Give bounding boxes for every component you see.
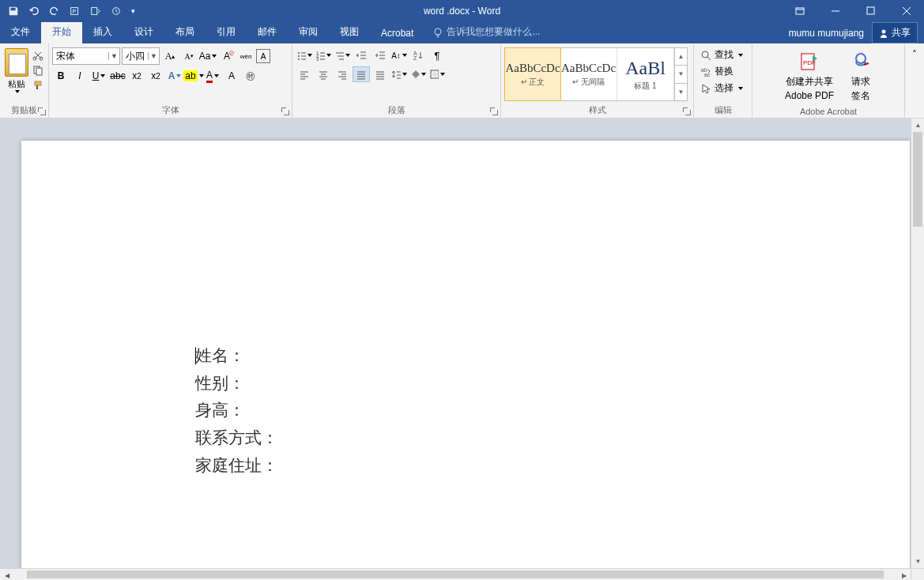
format-painter-icon[interactable] bbox=[31, 78, 45, 92]
text-direction-icon[interactable]: A↕ bbox=[390, 47, 408, 63]
highlight-icon[interactable]: ab bbox=[185, 68, 202, 84]
dialog-launcher-icon[interactable] bbox=[489, 107, 499, 116]
numbering-icon[interactable]: 123 bbox=[315, 47, 332, 63]
tab-references[interactable]: 引用 bbox=[206, 21, 247, 43]
style-item-nospacing[interactable]: AaBbCcDc ↵ 无间隔 bbox=[560, 48, 617, 100]
chevron-down-icon[interactable]: ▼ bbox=[108, 52, 119, 60]
indent-decrease-icon[interactable] bbox=[353, 47, 370, 63]
select-button[interactable]: 选择 bbox=[699, 81, 745, 96]
scroll-left-icon[interactable]: ◀ bbox=[0, 569, 13, 580]
bullets-icon[interactable] bbox=[296, 47, 313, 63]
scroll-up-icon[interactable]: ▲ bbox=[911, 119, 924, 132]
tab-review[interactable]: 审阅 bbox=[288, 21, 329, 43]
document-content[interactable]: 姓名： 性别： 身高： 联系方式： 家庭住址： bbox=[195, 342, 278, 479]
request-sign-button[interactable]: 请求 签名 bbox=[845, 47, 877, 105]
document-area[interactable]: 姓名： 性别： 身高： 联系方式： 家庭住址： bbox=[0, 119, 924, 568]
svg-point-22 bbox=[702, 51, 708, 58]
line-spacing-icon[interactable] bbox=[390, 66, 408, 82]
cut-icon[interactable] bbox=[31, 48, 45, 62]
indent-increase-icon[interactable] bbox=[371, 47, 389, 63]
phonetic-icon[interactable]: wén bbox=[237, 48, 255, 64]
redo-icon[interactable] bbox=[44, 0, 65, 22]
qat-icon-2[interactable] bbox=[85, 0, 106, 22]
svg-point-14 bbox=[298, 55, 300, 57]
superscript-button[interactable]: x2 bbox=[147, 68, 164, 84]
style-item-normal[interactable]: AaBbCcDc ↵ 正文 bbox=[504, 47, 561, 101]
tab-home[interactable]: 开始 bbox=[41, 21, 82, 43]
style-expand-icon[interactable]: ▼ bbox=[675, 84, 687, 100]
qat-icon-3[interactable] bbox=[106, 0, 126, 22]
dialog-launcher-icon[interactable] bbox=[281, 107, 290, 116]
qat-customize-icon[interactable]: ▾ bbox=[126, 0, 139, 22]
tab-layout[interactable]: 布局 bbox=[164, 21, 206, 43]
create-pdf-button[interactable]: PDF 创建并共享 Adobe PDF bbox=[780, 47, 839, 105]
dialog-launcher-icon[interactable] bbox=[682, 107, 692, 116]
minimize-button[interactable] bbox=[817, 0, 853, 22]
user-name[interactable]: mumu mumujiang bbox=[789, 28, 864, 39]
replace-button[interactable]: abac替换 bbox=[699, 64, 735, 79]
bold-button[interactable]: B bbox=[52, 68, 70, 84]
tab-insert[interactable]: 插入 bbox=[82, 21, 123, 43]
doc-line[interactable]: 性别： bbox=[195, 370, 278, 397]
shrink-font-icon[interactable]: A▾ bbox=[180, 48, 198, 64]
qat-icon-1[interactable]: P bbox=[65, 0, 85, 22]
horizontal-scrollbar[interactable]: ◀ ▶ bbox=[0, 568, 911, 580]
strikethrough-button[interactable]: abc bbox=[109, 68, 126, 84]
borders-icon[interactable] bbox=[428, 66, 446, 82]
scroll-track[interactable] bbox=[13, 569, 897, 580]
tab-file[interactable]: 文件 bbox=[0, 21, 41, 43]
scroll-down-icon[interactable]: ▼ bbox=[911, 555, 924, 568]
clear-format-icon[interactable]: A⊘ bbox=[218, 48, 236, 64]
doc-line[interactable]: 身高： bbox=[195, 397, 278, 425]
doc-line[interactable]: 家庭住址： bbox=[195, 452, 278, 480]
page[interactable]: 姓名： 性别： 身高： 联系方式： 家庭住址： bbox=[21, 141, 910, 568]
change-case-icon[interactable]: Aa bbox=[199, 48, 217, 64]
align-left-icon[interactable] bbox=[296, 66, 313, 82]
enclose-char-icon[interactable]: ㊕ bbox=[242, 68, 259, 84]
tell-me-search[interactable]: 告诉我您想要做什么... bbox=[424, 21, 548, 43]
dialog-launcher-icon[interactable] bbox=[37, 107, 47, 116]
tab-view[interactable]: 视图 bbox=[329, 21, 370, 43]
shading-icon[interactable] bbox=[409, 66, 427, 82]
italic-button[interactable]: I bbox=[71, 68, 89, 84]
subscript-button[interactable]: x2 bbox=[128, 68, 145, 84]
tab-design[interactable]: 设计 bbox=[123, 21, 164, 43]
font-size-combo[interactable]: ▼ bbox=[122, 47, 160, 65]
font-name-combo[interactable]: ▼ bbox=[52, 47, 120, 65]
multilevel-icon[interactable] bbox=[334, 47, 351, 63]
style-item-heading1[interactable]: AaBl 标题 1 bbox=[617, 48, 674, 100]
find-button[interactable]: 查找 bbox=[699, 47, 745, 62]
tab-mailings[interactable]: 邮件 bbox=[247, 21, 288, 43]
align-justify-icon[interactable] bbox=[353, 66, 370, 82]
close-button[interactable] bbox=[888, 0, 924, 22]
tab-acrobat[interactable]: Acrobat bbox=[370, 23, 424, 43]
collapse-ribbon-icon[interactable]: ˄ bbox=[906, 47, 923, 62]
save-icon[interactable] bbox=[3, 0, 24, 22]
align-distribute-icon[interactable] bbox=[371, 66, 389, 82]
copy-icon[interactable] bbox=[31, 63, 45, 77]
scroll-thumb[interactable] bbox=[27, 571, 884, 578]
doc-line[interactable]: 联系方式： bbox=[195, 424, 278, 452]
char-border-icon[interactable]: A bbox=[256, 49, 270, 63]
underline-button[interactable]: U bbox=[90, 68, 107, 84]
grow-font-icon[interactable]: A▴ bbox=[161, 48, 179, 64]
share-button[interactable]: 共享 bbox=[872, 22, 918, 43]
sort-icon[interactable]: AZ bbox=[409, 47, 427, 63]
font-color-icon[interactable]: A bbox=[204, 68, 221, 84]
doc-line[interactable]: 姓名： bbox=[195, 342, 278, 370]
scroll-thumb[interactable] bbox=[913, 132, 922, 227]
align-right-icon[interactable] bbox=[334, 66, 351, 82]
chevron-down-icon[interactable]: ▼ bbox=[148, 52, 159, 60]
ribbon-options-icon[interactable] bbox=[782, 0, 817, 22]
scroll-right-icon[interactable]: ▶ bbox=[897, 569, 911, 580]
show-marks-icon[interactable]: ¶ bbox=[428, 47, 446, 63]
style-scroll-up-icon[interactable]: ▲ bbox=[675, 48, 687, 66]
undo-icon[interactable] bbox=[24, 0, 44, 22]
style-scroll-down-icon[interactable]: ▼ bbox=[675, 66, 687, 83]
align-center-icon[interactable] bbox=[315, 66, 332, 82]
maximize-button[interactable] bbox=[853, 0, 888, 22]
vertical-scrollbar[interactable]: ▲ ▼ bbox=[911, 119, 924, 568]
char-shading-icon[interactable]: A bbox=[223, 68, 240, 84]
paste-button[interactable]: 粘贴 bbox=[3, 45, 29, 93]
text-effects-icon[interactable]: A bbox=[166, 68, 183, 84]
